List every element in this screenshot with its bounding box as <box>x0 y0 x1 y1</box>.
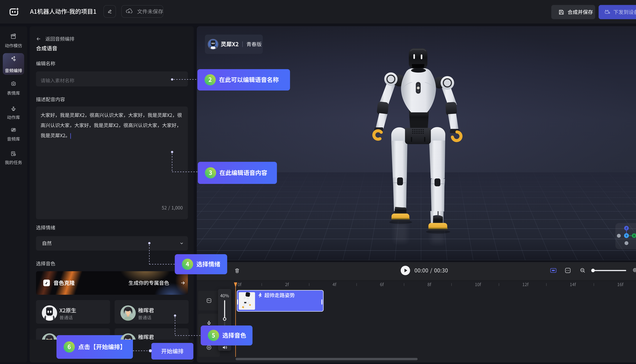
svg-text:X: X <box>633 234 635 237</box>
svg-text:Y: Y <box>625 234 627 237</box>
svg-text:Z: Z <box>625 226 627 230</box>
